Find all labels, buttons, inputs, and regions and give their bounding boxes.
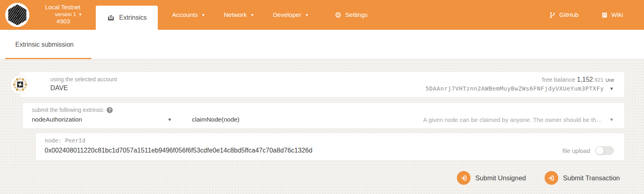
param-label: node: PeerId	[45, 137, 614, 144]
extrinsic-select-card: submit the following extrinsic ? nodeAut…	[23, 103, 625, 129]
nav-item-settings[interactable]: ⚙ Settings	[325, 0, 377, 30]
account-select-card[interactable]: using the selected account DAVE free bal…	[19, 72, 625, 97]
extrinsic-select-label: submit the following extrinsic	[32, 107, 103, 113]
chain-version[interactable]: version 1▼	[33, 11, 82, 18]
account-select-left: using the selected account DAVE	[50, 76, 117, 92]
param-card: node: PeerId 0x002408011220c81bc1d7057a1…	[35, 133, 625, 161]
chevron-down-icon: ▼	[305, 13, 309, 17]
method-name: claimNode(node)	[192, 116, 239, 123]
nav-item-accounts[interactable]: Accounts▼	[163, 0, 215, 30]
submit-transaction-button[interactable]: Submit Transaction	[545, 171, 620, 185]
app-header: Local Testnet version 1▼ #303 Extrinsics…	[0, 0, 644, 30]
github-link[interactable]: GitHub	[549, 11, 578, 19]
file-upload-toggle[interactable]	[595, 146, 614, 155]
substrate-logo-icon[interactable]	[5, 3, 29, 27]
top-navigation: Accounts▼ Network▼ Developer▼ ⚙ Settings	[163, 0, 377, 30]
help-icon[interactable]: ?	[107, 107, 113, 113]
account-name: DAVE	[50, 84, 117, 92]
gears-icon: ⚙	[334, 11, 341, 19]
best-block-number: #303	[33, 18, 82, 25]
pallet-name: nodeAuthorization	[32, 116, 82, 123]
extrinsics-page: using the selected account DAVE free bal…	[0, 59, 644, 194]
account-address-dropdown[interactable]: 5DAAnrj7VHTznn2AWBemMuyBwZWs6FNFjdyVXUeY…	[425, 85, 614, 92]
sign-in-icon	[457, 171, 471, 185]
tab-extrinsics-label: Extrinsics	[119, 14, 147, 21]
account-identicon[interactable]	[10, 75, 30, 94]
chain-name: Local Testnet	[33, 4, 82, 11]
chevron-down-icon: ▼	[250, 13, 254, 17]
nav-item-developer[interactable]: Developer▼	[264, 0, 318, 30]
account-select-right: free balance 1,152.921Unit 5DAAnrj7VHTzn…	[425, 76, 614, 92]
balance-integer: 1,152	[577, 76, 593, 83]
chevron-down-icon: ▼	[78, 12, 82, 17]
book-icon	[601, 12, 608, 19]
submit-unsigned-label: Submit Unsigned	[475, 174, 526, 182]
chevron-down-icon: ▼	[201, 13, 205, 17]
submit-transaction-label: Submit Transaction	[563, 174, 620, 182]
chevron-down-icon: ▼	[167, 117, 172, 122]
tab-extrinsic-submission[interactable]: Extrinsic submission	[15, 41, 74, 48]
file-upload-control: file upload	[563, 146, 614, 155]
param-value-input[interactable]: 0x002408011220c81bc1d7057a1511eb9496f056…	[45, 147, 312, 154]
chevron-down-icon: ▼	[609, 117, 614, 122]
chevron-down-icon: ▼	[609, 86, 614, 91]
account-select-label: using the selected account	[50, 76, 117, 83]
active-tab-underline	[5, 58, 91, 59]
envelope-open-text-icon	[107, 14, 115, 22]
code-branch-icon	[549, 12, 555, 19]
file-upload-label: file upload	[563, 147, 590, 154]
account-address: 5DAAnrj7VHTznn2AWBemMuyBwZWs6FNFjdyVXUeY…	[425, 85, 604, 92]
balance-unit: Unit	[606, 78, 614, 83]
sign-in-icon	[545, 171, 558, 185]
wiki-link[interactable]: Wiki	[601, 11, 623, 19]
method-description: A given node can be claimed by anyone. T…	[423, 116, 602, 123]
actions-row: Submit Unsigned Submit Transaction	[0, 171, 620, 185]
page-tab-bar: Extrinsic submission	[0, 30, 644, 59]
nav-item-network[interactable]: Network▼	[215, 0, 264, 30]
method-dropdown[interactable]: A given node can be claimed by anyone. T…	[423, 116, 614, 123]
tab-extrinsics[interactable]: Extrinsics	[96, 6, 158, 30]
toggle-knob	[595, 146, 604, 155]
free-balance: free balance 1,152.921Unit	[425, 76, 614, 83]
pallet-dropdown[interactable]: nodeAuthorization ▼	[32, 116, 172, 123]
header-links: GitHub Wiki	[549, 0, 644, 30]
submit-unsigned-button[interactable]: Submit Unsigned	[457, 171, 526, 185]
chain-info[interactable]: Local Testnet version 1▼ #303	[33, 4, 82, 30]
balance-decimals: .921	[593, 77, 603, 83]
